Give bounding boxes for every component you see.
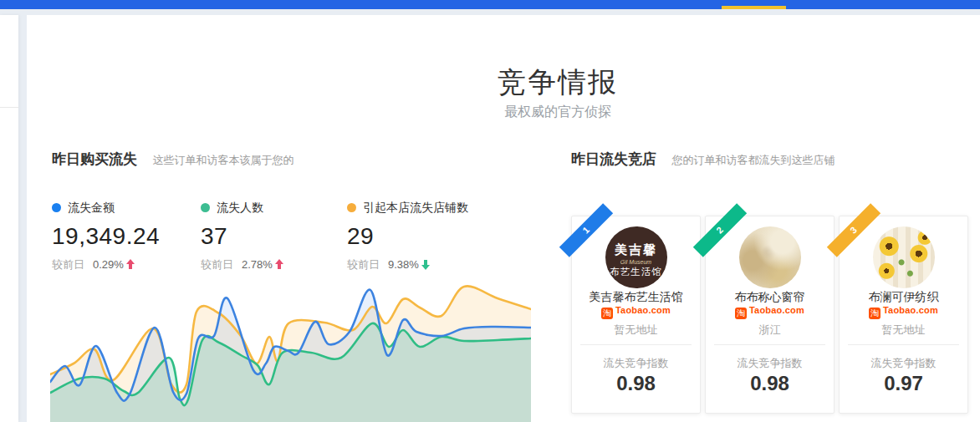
legend-item-causing-shops[interactable]: 引起本店流失店铺数 [347, 201, 468, 216]
rank-ribbon: 1 [559, 203, 613, 257]
taobao-icon: 淘 [735, 308, 747, 319]
metric-compare: 较前日0.29% [52, 257, 160, 272]
platform-badge: 淘Taobao.com [572, 305, 700, 319]
top-nav-bar [0, 0, 980, 9]
shop-location: 暂无地址 [840, 323, 967, 338]
metric-loss-amount: 流失金额 19,349.24 较前日0.29% [52, 201, 160, 272]
left-sidebar [0, 15, 18, 422]
metric-compare: 较前日2.78% [201, 257, 283, 272]
shop-name[interactable]: 布布称心窗帘 [706, 290, 834, 305]
platform-badge: 淘Taobao.com [706, 305, 834, 319]
series-color-dot [52, 203, 61, 212]
competition-index-value: 0.98 [572, 372, 700, 395]
loss-section-subtitle: 这些订单和访客本该属于您的 [152, 153, 293, 168]
trend-up-icon [275, 259, 283, 270]
trend-up-icon [126, 259, 135, 270]
metric-lost-visitors: 流失人数 37 较前日2.78% [201, 201, 283, 272]
change-percent: 0.29% [93, 258, 124, 271]
shop-logo [873, 226, 935, 288]
active-tab-indicator[interactable] [722, 6, 786, 9]
shop-name[interactable]: 布澜可伊纺织 [840, 290, 967, 305]
competition-index-label: 流失竞争指数 [706, 356, 834, 371]
metric-compare: 较前日9.38% [347, 257, 468, 272]
loss-section-header: 昨日购买流失 这些订单和访客本该属于您的 [52, 150, 293, 169]
competition-index-value: 0.98 [706, 372, 834, 395]
card-divider [848, 344, 959, 345]
page-title: 竞争情报 [498, 64, 618, 102]
legend-item-loss-amount[interactable]: 流失金额 [52, 201, 160, 216]
compare-label: 较前日 [52, 258, 84, 271]
competition-index-label: 流失竞争指数 [840, 356, 967, 371]
sidebar-divider [0, 107, 18, 108]
series-color-dot [201, 203, 210, 212]
legend-item-lost-visitors[interactable]: 流失人数 [201, 201, 283, 216]
metric-value: 29 [347, 223, 468, 250]
competitors-section-subtitle: 您的订单和访客都流失到这些店铺 [671, 153, 835, 168]
metric-label: 引起本店流失店铺数 [363, 201, 468, 214]
metric-value: 37 [201, 223, 283, 250]
rank-ribbon: 2 [693, 203, 747, 257]
page-subtitle: 最权威的官方侦探 [504, 104, 611, 121]
shop-logo: 美吉馨 Gil Museum 布艺生活馆 [605, 226, 667, 288]
logo-text-line: 布艺生活馆 [605, 266, 667, 278]
metric-causing-shops: 引起本店流失店铺数 29 较前日9.38% [347, 201, 468, 272]
shop-name[interactable]: 美吉馨布艺生活馆 [572, 290, 700, 305]
competitor-card[interactable]: 2 布布称心窗帘 淘Taobao.com 浙江 流失竞争指数 0.98 [705, 216, 835, 414]
rank-ribbon: 3 [827, 203, 880, 257]
competitors-section-title: 昨日流失竞店 [571, 150, 656, 169]
shop-location: 暂无地址 [572, 323, 700, 338]
taobao-icon: 淘 [601, 308, 613, 319]
loss-trend-chart-canvas [50, 280, 531, 422]
page: 竞争情报 最权威的官方侦探 昨日购买流失 这些订单和访客本该属于您的 流失金额 … [0, 0, 980, 422]
change-percent: 2.78% [242, 258, 273, 271]
competition-index-value: 0.97 [840, 372, 967, 395]
platform-name: Taobao.com [883, 305, 938, 315]
competitors-section-header: 昨日流失竞店 您的订单和访客都流失到这些店铺 [571, 150, 835, 169]
metric-label: 流失金额 [68, 201, 115, 214]
series-color-dot [347, 203, 356, 212]
competitor-card[interactable]: 3 布澜可伊纺织 淘Taobao.com 暂无地址 流失竞争指数 0.97 [839, 216, 968, 414]
platform-name: Taobao.com [749, 305, 804, 315]
shop-location: 浙江 [706, 323, 834, 338]
compare-label: 较前日 [201, 258, 233, 271]
platform-name: Taobao.com [615, 305, 671, 315]
shop-logo [739, 226, 801, 288]
loss-section-title: 昨日购买流失 [52, 150, 137, 169]
card-divider [714, 344, 825, 345]
logo-text-line: 美吉馨 [605, 242, 667, 258]
competition-index-label: 流失竞争指数 [572, 356, 700, 371]
trend-down-icon [421, 259, 430, 270]
taobao-icon: 淘 [869, 308, 880, 319]
metric-value: 19,349.24 [52, 223, 160, 250]
metric-label: 流失人数 [217, 201, 263, 214]
card-divider [580, 344, 692, 345]
compare-label: 较前日 [347, 258, 380, 271]
main-panel: 竞争情报 最权威的官方侦探 昨日购买流失 这些订单和访客本该属于您的 流失金额 … [27, 15, 980, 422]
change-percent: 9.38% [388, 258, 419, 271]
platform-badge: 淘Taobao.com [840, 305, 967, 319]
logo-text-line: Gil Museum [605, 259, 667, 265]
competitor-card[interactable]: 1 美吉馨 Gil Museum 布艺生活馆 美吉馨布艺生活馆 淘Taobao.… [571, 216, 701, 414]
loss-trend-chart[interactable] [50, 280, 531, 422]
